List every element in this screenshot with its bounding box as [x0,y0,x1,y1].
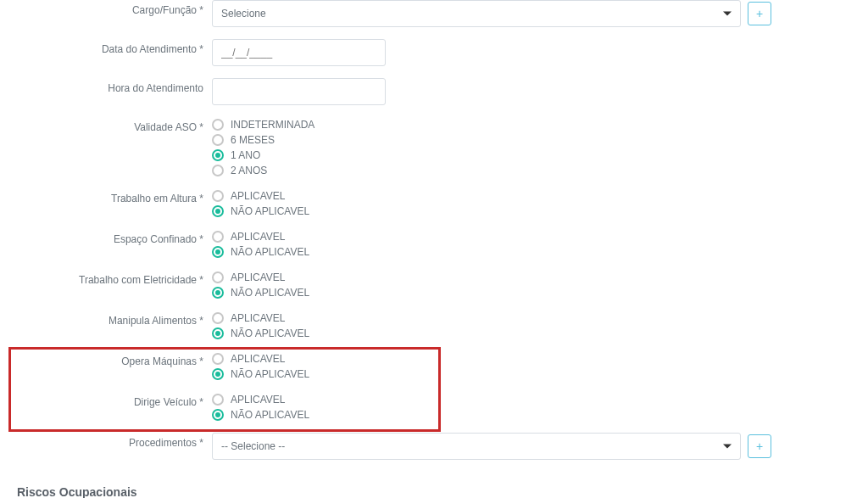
procedimentos-label: Procedimentos * [17,433,212,449]
trabalho-eletricidade-label: Trabalho com Eletricidade * [17,270,212,286]
radio-icon [212,394,224,406]
trabalho-eletricidade-group: APLICAVELNÃO APLICAVEL [212,270,309,299]
hora-atendimento-label: Hora do Atendimento [17,78,212,94]
cargo-select[interactable]: Selecione [212,0,741,27]
radio-label: APLICAVEL [231,312,285,324]
radio-icon [212,165,224,176]
radio-option[interactable]: 1 ANO [212,149,314,161]
radio-icon [212,205,224,217]
validade-aso-group: INDETERMINADA6 MESES1 ANO2 ANOS [212,117,314,176]
radio-label: NÃO APLICAVEL [231,205,309,217]
radio-option[interactable]: APLICAVEL [212,190,309,202]
radio-label: 6 MESES [231,134,275,146]
radio-label: APLICAVEL [231,271,285,283]
radio-label: 2 ANOS [231,165,267,176]
radio-option[interactable]: 6 MESES [212,134,314,146]
data-atendimento-input[interactable] [212,39,386,66]
validade-aso-label: Validade ASO * [17,117,212,133]
radio-label: NÃO APLICAVEL [231,327,309,339]
radio-icon [212,287,224,299]
trabalho-altura-label: Trabalho em Altura * [17,188,212,204]
radio-icon [212,327,224,339]
add-procedimento-button[interactable]: + [748,434,771,458]
radio-icon [212,119,224,131]
radio-icon [212,246,224,258]
radio-icon [212,271,224,283]
radio-option[interactable]: NÃO APLICAVEL [212,327,309,339]
radio-label: NÃO APLICAVEL [231,287,309,299]
radio-icon [212,134,224,146]
add-cargo-button[interactable]: + [748,2,771,25]
espaco-confinado-group: APLICAVELNÃO APLICAVEL [212,229,309,258]
radio-icon [212,149,224,161]
procedimentos-select[interactable]: -- Selecione -- [212,433,741,460]
radio-icon [212,353,224,365]
data-atendimento-label: Data do Atendimento * [17,39,212,55]
procedimentos-select-value: -- Selecione -- [221,440,285,452]
radio-icon [212,409,224,421]
radio-icon [212,190,224,202]
radio-label: NÃO APLICAVEL [231,246,309,258]
radio-label: APLICAVEL [231,231,285,243]
chevron-down-icon [723,12,732,16]
radio-label: APLICAVEL [231,190,285,202]
cargo-label: Cargo/Função * [17,0,212,16]
radio-option[interactable]: NÃO APLICAVEL [212,246,309,258]
radio-option[interactable]: NÃO APLICAVEL [212,287,309,299]
espaco-confinado-label: Espaço Confinado * [17,229,212,245]
hora-atendimento-input[interactable] [212,78,386,105]
riscos-section-title: Riscos Ocupacionais [17,485,851,498]
radio-icon [212,231,224,243]
radio-option[interactable]: APLICAVEL [212,231,309,243]
chevron-down-icon [723,445,732,449]
radio-option[interactable]: APLICAVEL [212,271,309,283]
radio-option[interactable]: NÃO APLICAVEL [212,205,309,217]
manipula-alimentos-group: APLICAVELNÃO APLICAVEL [212,311,309,339]
radio-option[interactable]: INDETERMINADA [212,119,314,131]
trabalho-altura-group: APLICAVELNÃO APLICAVEL [212,188,309,217]
radio-label: 1 ANO [231,149,260,161]
radio-icon [212,312,224,324]
radio-option[interactable]: APLICAVEL [212,312,309,324]
manipula-alimentos-label: Manipula Alimentos * [17,311,212,327]
radio-label: INDETERMINADA [231,119,314,131]
radio-icon [212,368,224,380]
radio-option[interactable]: 2 ANOS [212,165,314,176]
cargo-select-value: Selecione [221,8,266,20]
